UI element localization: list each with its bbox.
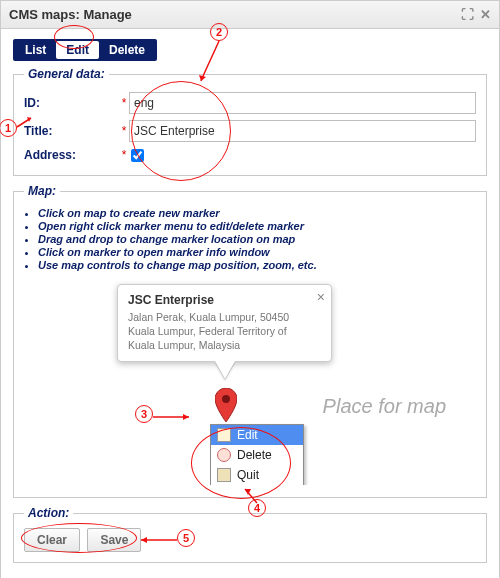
address-label: Address: bbox=[24, 148, 119, 162]
ctx-delete[interactable]: Delete bbox=[211, 445, 303, 465]
delete-icon bbox=[217, 448, 231, 462]
content-area: List Edit Delete General data: ID: * Tit… bbox=[1, 29, 499, 578]
tab-list[interactable]: List bbox=[15, 41, 56, 59]
required-marker: * bbox=[119, 148, 129, 162]
map-legend: Map: bbox=[24, 184, 60, 198]
clear-button[interactable]: Clear bbox=[24, 528, 80, 552]
edit-icon bbox=[217, 428, 231, 442]
general-fieldset: General data: ID: * Title: * Address: * bbox=[13, 67, 487, 176]
hint-item: Click on map to create new marker bbox=[38, 207, 476, 219]
window-title: CMS maps: Manage bbox=[9, 7, 132, 22]
svg-point-0 bbox=[222, 395, 230, 403]
map-canvas[interactable]: Place for map × JSC Enterprise Jalan Per… bbox=[32, 280, 468, 485]
marker-context-menu: Edit Delete Quit bbox=[210, 424, 304, 485]
map-hints: Click on map to create new marker Open r… bbox=[24, 207, 476, 276]
title-label: Title: bbox=[24, 124, 119, 138]
address-checkbox[interactable] bbox=[131, 149, 144, 162]
save-button[interactable]: Save bbox=[87, 528, 141, 552]
id-input[interactable] bbox=[129, 92, 476, 114]
close-icon[interactable]: ✕ bbox=[480, 7, 491, 22]
info-title: JSC Enterprise bbox=[128, 293, 303, 307]
map-marker-icon[interactable] bbox=[215, 388, 237, 422]
info-close-icon[interactable]: × bbox=[317, 289, 325, 305]
id-label: ID: bbox=[24, 96, 119, 110]
map-placeholder: Place for map bbox=[323, 395, 446, 418]
title-input[interactable] bbox=[129, 120, 476, 142]
hint-item: Open right click marker menu to edit/del… bbox=[38, 220, 476, 232]
action-fieldset: Action: Clear Save bbox=[13, 506, 487, 563]
titlebar: CMS maps: Manage ⛶ ✕ bbox=[1, 1, 499, 29]
ctx-edit[interactable]: Edit bbox=[211, 425, 303, 445]
marker-info-window: × JSC Enterprise Jalan Perak, Kuala Lump… bbox=[117, 284, 332, 362]
tab-edit[interactable]: Edit bbox=[56, 41, 99, 59]
hint-item: Drag and drop to change marker location … bbox=[38, 233, 476, 245]
hint-item: Use map controls to change map position,… bbox=[38, 259, 476, 271]
map-fieldset: Map: Click on map to create new marker O… bbox=[13, 184, 487, 498]
required-marker: * bbox=[119, 124, 129, 138]
dialog-window: CMS maps: Manage ⛶ ✕ List Edit Delete Ge… bbox=[0, 0, 500, 578]
action-legend: Action: bbox=[24, 506, 73, 520]
tab-delete[interactable]: Delete bbox=[99, 41, 155, 59]
tab-bar: List Edit Delete bbox=[13, 39, 487, 61]
maximize-icon[interactable]: ⛶ bbox=[461, 7, 474, 22]
info-address: Jalan Perak, Kuala Lumpur, 50450 Kuala L… bbox=[128, 310, 303, 353]
hint-item: Click on marker to open marker info wind… bbox=[38, 246, 476, 258]
required-marker: * bbox=[119, 96, 129, 110]
general-legend: General data: bbox=[24, 67, 109, 81]
ctx-quit[interactable]: Quit bbox=[211, 465, 303, 485]
quit-icon bbox=[217, 468, 231, 482]
